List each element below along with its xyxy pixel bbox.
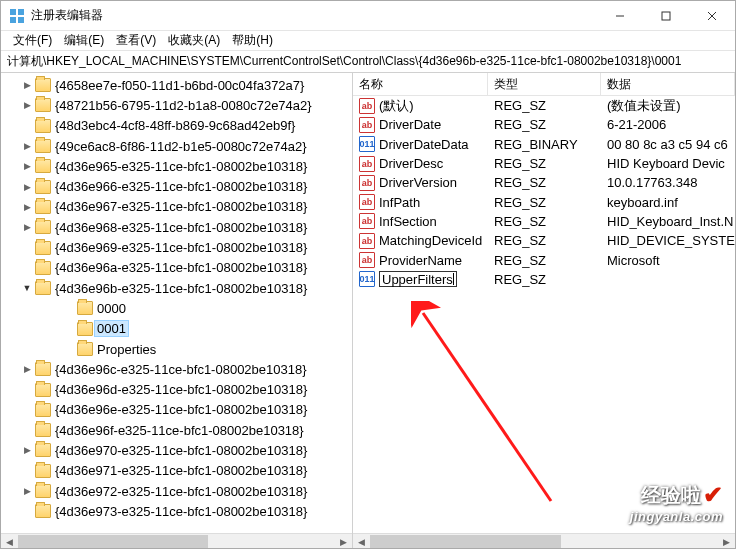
binary-value-icon: 011 (359, 136, 375, 152)
value-row[interactable]: 011UpperFiltersREG_SZ (353, 270, 735, 289)
expand-icon[interactable] (21, 242, 33, 254)
tree-node[interactable]: ▶{4d36e967-e325-11ce-bfc1-08002be10318} (1, 197, 352, 217)
tree-node[interactable]: ▶{49ce6ac8-6f86-11d2-b1e5-0080c72e74a2} (1, 136, 352, 156)
expand-icon[interactable] (63, 323, 75, 335)
expand-icon[interactable] (63, 343, 75, 355)
expand-icon[interactable] (63, 302, 75, 314)
list-header: 名称 类型 数据 (353, 73, 735, 96)
maximize-button[interactable] (643, 1, 689, 30)
tree-node-label: {48d3ebc4-4cf8-48ff-b869-9c68ad42eb9f} (55, 118, 295, 133)
address-bar[interactable]: 计算机\HKEY_LOCAL_MACHINE\SYSTEM\CurrentCon… (1, 51, 735, 73)
expand-icon[interactable]: ▶ (21, 444, 33, 456)
tree-node[interactable]: ▶{4d36e972-e325-11ce-bfc1-08002be10318} (1, 481, 352, 501)
registry-tree[interactable]: ▶{4658ee7e-f050-11d1-b6bd-00c04fa372a7}▶… (1, 73, 352, 533)
value-data: (数值未设置) (601, 97, 735, 115)
tree-node[interactable]: 0000 (1, 298, 352, 318)
tree-node[interactable]: 0001 (1, 319, 352, 339)
col-name[interactable]: 名称 (353, 73, 488, 95)
value-name: ProviderName (379, 253, 462, 268)
tree-node[interactable]: ▶{4658ee7e-f050-11d1-b6bd-00c04fa372a7} (1, 75, 352, 95)
value-name: InfPath (379, 195, 420, 210)
value-pane: 名称 类型 数据 ab(默认)REG_SZ(数值未设置)abDriverDate… (353, 73, 735, 549)
value-row[interactable]: abDriverDescREG_SZHID Keyboard Devic (353, 154, 735, 173)
expand-icon[interactable] (21, 505, 33, 517)
tree-node[interactable]: {4d36e969-e325-11ce-bfc1-08002be10318} (1, 237, 352, 257)
value-data: 00 80 8c a3 c5 94 c6 (601, 137, 735, 152)
tree-node[interactable]: {4d36e96f-e325-11ce-bfc1-08002be10318} (1, 420, 352, 440)
folder-icon (35, 241, 51, 255)
folder-icon (35, 78, 51, 92)
expand-icon[interactable]: ▶ (21, 221, 33, 233)
expand-icon[interactable]: ▶ (21, 363, 33, 375)
folder-icon (35, 139, 51, 153)
tree-node[interactable]: ▶{4d36e96c-e325-11ce-bfc1-08002be10318} (1, 359, 352, 379)
menu-file[interactable]: 文件(F) (7, 32, 58, 49)
expand-icon[interactable]: ▶ (21, 181, 33, 193)
value-name: DriverVersion (379, 175, 457, 190)
tree-node[interactable]: ▶{4d36e968-e325-11ce-bfc1-08002be10318} (1, 217, 352, 237)
expand-icon[interactable] (21, 384, 33, 396)
value-name-edit[interactable]: UpperFilters (379, 271, 457, 287)
app-icon (9, 8, 25, 24)
value-list[interactable]: ab(默认)REG_SZ(数值未设置)abDriverDateREG_SZ6-2… (353, 96, 735, 533)
string-value-icon: ab (359, 117, 375, 133)
minimize-button[interactable] (597, 1, 643, 30)
folder-icon (35, 464, 51, 478)
expand-icon[interactable]: ▶ (21, 99, 33, 111)
value-data: 10.0.17763.348 (601, 175, 735, 190)
expand-icon[interactable] (21, 120, 33, 132)
value-row[interactable]: abInfSectionREG_SZHID_Keyboard_Inst.N (353, 212, 735, 231)
expand-icon[interactable]: ▶ (21, 79, 33, 91)
folder-icon (35, 484, 51, 498)
scroll-left-icon[interactable]: ◀ (1, 535, 18, 550)
menu-help[interactable]: 帮助(H) (226, 32, 279, 49)
tree-node[interactable]: {4d36e96e-e325-11ce-bfc1-08002be10318} (1, 400, 352, 420)
value-row[interactable]: abDriverVersionREG_SZ10.0.17763.348 (353, 173, 735, 192)
value-row[interactable]: abInfPathREG_SZkeyboard.inf (353, 192, 735, 211)
tree-node[interactable]: {4d36e96d-e325-11ce-bfc1-08002be10318} (1, 379, 352, 399)
tree-hscrollbar[interactable]: ◀ ▶ (1, 533, 352, 549)
expand-icon[interactable]: ▶ (21, 201, 33, 213)
expand-icon[interactable]: ▼ (21, 282, 33, 294)
tree-node[interactable]: {4d36e971-e325-11ce-bfc1-08002be10318} (1, 461, 352, 481)
tree-node[interactable]: ▶{4d36e970-e325-11ce-bfc1-08002be10318} (1, 440, 352, 460)
scroll-right-icon[interactable]: ▶ (335, 535, 352, 550)
expand-icon[interactable] (21, 424, 33, 436)
tree-node-label: {48721b56-6795-11d2-b1a8-0080c72e74a2} (55, 98, 312, 113)
menu-edit[interactable]: 编辑(E) (58, 32, 110, 49)
value-data: HID_DEVICE_SYSTEM (601, 233, 735, 248)
close-button[interactable] (689, 1, 735, 30)
tree-node[interactable]: {4d36e973-e325-11ce-bfc1-08002be10318} (1, 501, 352, 521)
menu-view[interactable]: 查看(V) (110, 32, 162, 49)
tree-node[interactable]: {4d36e96a-e325-11ce-bfc1-08002be10318} (1, 258, 352, 278)
value-row[interactable]: abMatchingDeviceIdREG_SZHID_DEVICE_SYSTE… (353, 231, 735, 250)
menu-favorites[interactable]: 收藏夹(A) (162, 32, 226, 49)
expand-icon[interactable]: ▶ (21, 485, 33, 497)
value-row[interactable]: 011DriverDateDataREG_BINARY00 80 8c a3 c… (353, 135, 735, 154)
tree-node-label: {4d36e96c-e325-11ce-bfc1-08002be10318} (55, 362, 307, 377)
tree-node[interactable]: ▶{4d36e965-e325-11ce-bfc1-08002be10318} (1, 156, 352, 176)
tree-node[interactable]: {48d3ebc4-4cf8-48ff-b869-9c68ad42eb9f} (1, 116, 352, 136)
value-row[interactable]: ab(默认)REG_SZ(数值未设置) (353, 96, 735, 115)
expand-icon[interactable] (21, 465, 33, 477)
tree-node-label: {4d36e969-e325-11ce-bfc1-08002be10318} (55, 240, 307, 255)
svg-rect-2 (10, 17, 16, 23)
value-row[interactable]: abProviderNameREG_SZMicrosoft (353, 250, 735, 269)
main-split: ▶{4658ee7e-f050-11d1-b6bd-00c04fa372a7}▶… (1, 73, 735, 549)
expand-icon[interactable]: ▶ (21, 140, 33, 152)
col-type[interactable]: 类型 (488, 73, 601, 95)
tree-node[interactable]: ▼{4d36e96b-e325-11ce-bfc1-08002be10318} (1, 278, 352, 298)
tree-node-label: {4d36e966-e325-11ce-bfc1-08002be10318} (55, 179, 307, 194)
tree-node[interactable]: ▶{48721b56-6795-11d2-b1a8-0080c72e74a2} (1, 95, 352, 115)
scroll-left-icon[interactable]: ◀ (353, 535, 370, 550)
expand-icon[interactable]: ▶ (21, 160, 33, 172)
list-hscrollbar[interactable]: ◀ ▶ (353, 533, 735, 549)
tree-node[interactable]: Properties (1, 339, 352, 359)
value-row[interactable]: abDriverDateREG_SZ6-21-2006 (353, 115, 735, 134)
tree-node[interactable]: ▶{4d36e966-e325-11ce-bfc1-08002be10318} (1, 176, 352, 196)
scroll-right-icon[interactable]: ▶ (718, 535, 735, 550)
expand-icon[interactable] (21, 404, 33, 416)
col-data[interactable]: 数据 (601, 73, 735, 95)
folder-icon (35, 200, 51, 214)
expand-icon[interactable] (21, 262, 33, 274)
